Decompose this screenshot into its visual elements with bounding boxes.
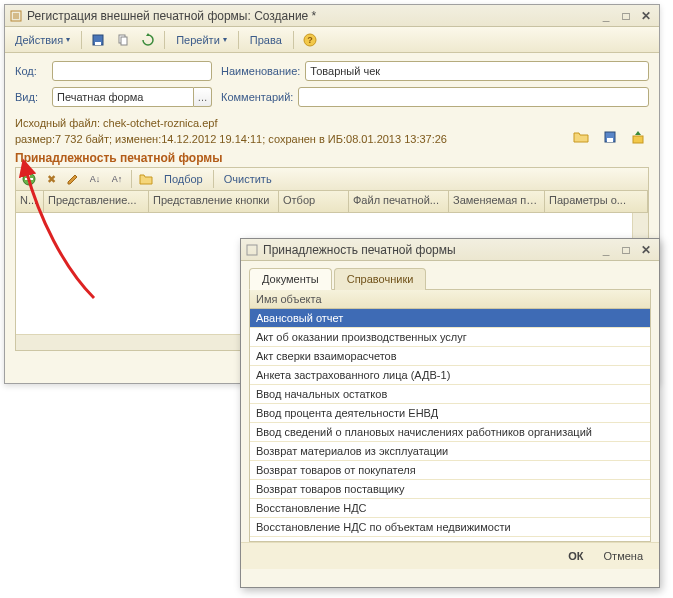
svg-text:?: ? [307, 35, 313, 45]
sort-desc-icon[interactable]: A↑ [107, 169, 127, 189]
tab-references[interactable]: Справочники [334, 268, 427, 290]
svg-rect-12 [633, 136, 643, 143]
list-item[interactable]: Восстановление НДС [250, 499, 650, 518]
comment-label: Комментарий: [221, 91, 293, 103]
object-list-header[interactable]: Имя объекта [250, 290, 650, 309]
list-item[interactable]: Акт сверки взаиморасчетов [250, 347, 650, 366]
close-button[interactable]: ✕ [637, 8, 655, 24]
grid-header: N... Представление... Представление кноп… [16, 191, 648, 213]
col-btn-repr[interactable]: Представление кнопки [149, 191, 279, 212]
list-item[interactable]: Ввод начальных остатков [250, 385, 650, 404]
code-label: Код: [15, 65, 47, 77]
maximize-button[interactable]: □ [617, 8, 635, 24]
clear-button[interactable]: Очистить [218, 169, 278, 189]
list-item[interactable]: Восстановление НДС по объектам недвижимо… [250, 518, 650, 537]
col-print-file[interactable]: Файл печатной... [349, 191, 449, 212]
copy-icon[interactable] [112, 30, 134, 50]
col-n[interactable]: N... [16, 191, 44, 212]
dialog-window: Принадлежность печатной формы _ □ ✕ Доку… [240, 238, 660, 588]
tab-documents[interactable]: Документы [249, 268, 332, 290]
actions-menu[interactable]: Действия▾ [9, 30, 76, 50]
dialog-button-bar: ОК Отмена [241, 542, 659, 569]
kind-label: Вид: [15, 91, 47, 103]
svg-rect-16 [247, 245, 257, 255]
delete-row-icon[interactable]: ✖ [41, 169, 61, 189]
kind-input[interactable] [52, 87, 194, 107]
name-label: Наименование: [221, 65, 300, 77]
source-file-info: Исходный файл: chek-otchet-roznica.epf [15, 117, 569, 129]
folder-icon[interactable] [136, 169, 156, 189]
svg-rect-7 [121, 37, 127, 45]
svg-rect-5 [95, 42, 101, 45]
help-icon[interactable]: ? [299, 30, 321, 50]
window-title: Регистрация внешней печатной формы: Созд… [27, 9, 316, 23]
minimize-button[interactable]: _ [597, 8, 615, 24]
rights-menu[interactable]: Права [244, 30, 288, 50]
grid-toolbar: ✖ A↓ A↑ Подбор Очистить [15, 167, 649, 191]
list-item[interactable]: Авансовый отчет [250, 309, 650, 328]
dialog-titlebar: Принадлежность печатной формы _ □ ✕ [241, 239, 659, 261]
dialog-icon [245, 243, 259, 257]
unload-icon[interactable] [627, 127, 649, 147]
sort-asc-icon[interactable]: A↓ [85, 169, 105, 189]
folder-open-icon[interactable] [569, 127, 593, 147]
add-row-icon[interactable] [19, 169, 39, 189]
dialog-maximize-button[interactable]: □ [617, 242, 635, 258]
edit-row-icon[interactable] [63, 169, 83, 189]
list-item[interactable]: Ввод процента деятельности ЕНВД [250, 404, 650, 423]
select-button[interactable]: Подбор [158, 169, 209, 189]
col-replaced[interactable]: Заменяемая пе... [449, 191, 545, 212]
dialog-title: Принадлежность печатной формы [263, 243, 456, 257]
main-titlebar: Регистрация внешней печатной формы: Созд… [5, 5, 659, 27]
dialog-close-button[interactable]: ✕ [637, 242, 655, 258]
section-heading: Принадлежность печатной формы [15, 151, 649, 165]
cancel-button[interactable]: Отмена [598, 548, 649, 564]
list-item[interactable]: Анкета застрахованного лица (АДВ-1) [250, 366, 650, 385]
form-icon [9, 9, 23, 23]
col-filter[interactable]: Отбор [279, 191, 349, 212]
list-item[interactable]: Возврат товаров поставщику [250, 480, 650, 499]
main-toolbar: Действия▾ Перейти▾ Права ? [5, 27, 659, 53]
list-item[interactable]: Ввод сведений о плановых начислениях раб… [250, 423, 650, 442]
dialog-tabs: Документы Справочники [241, 261, 659, 289]
object-list[interactable]: Авансовый отчетАкт об оказании производс… [250, 309, 650, 541]
list-item[interactable]: Возврат материалов из эксплуатации [250, 442, 650, 461]
col-params[interactable]: Параметры о... [545, 191, 648, 212]
comment-input[interactable] [298, 87, 649, 107]
list-item[interactable]: Возврат товаров от покупателя [250, 461, 650, 480]
kind-choose-button[interactable]: … [194, 87, 212, 107]
dialog-minimize-button[interactable]: _ [597, 242, 615, 258]
code-input[interactable] [52, 61, 212, 81]
refresh-icon[interactable] [137, 30, 159, 50]
save-icon[interactable] [87, 30, 109, 50]
disk-save-icon[interactable] [599, 127, 621, 147]
svg-rect-11 [607, 138, 613, 142]
goto-menu[interactable]: Перейти▾ [170, 30, 233, 50]
file-meta-info: размер:7 732 байт; изменен:14.12.2012 19… [15, 133, 569, 145]
col-repr[interactable]: Представление... [44, 191, 149, 212]
list-item[interactable]: Акт об оказании производственных услуг [250, 328, 650, 347]
ok-button[interactable]: ОК [562, 548, 589, 564]
name-input[interactable] [305, 61, 649, 81]
